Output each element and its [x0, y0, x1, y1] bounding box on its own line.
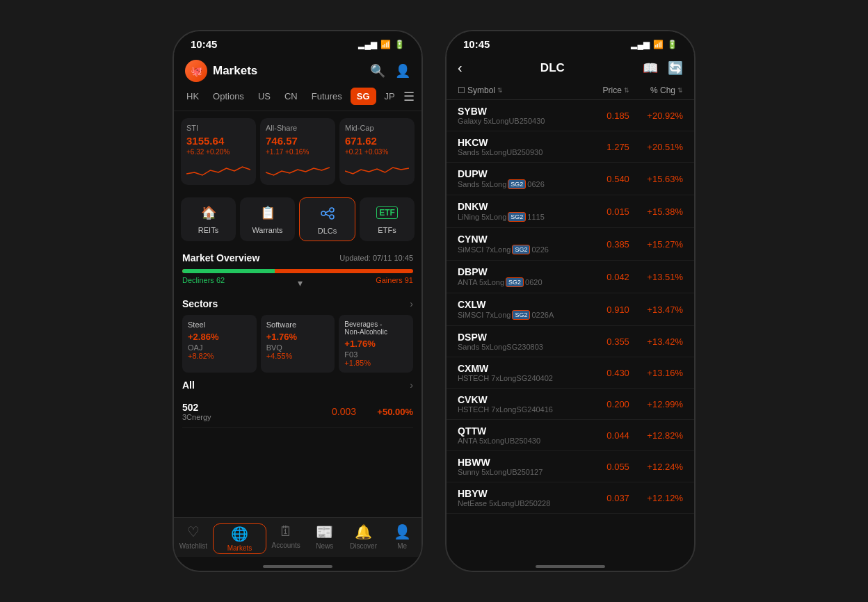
gainers-label: Gainers 91	[376, 276, 413, 290]
index-card-allshare[interactable]: All-Share 746.57 +1.17 +0.16%	[260, 118, 335, 185]
sector-beverages[interactable]: Beverages -Non-Alcoholic +1.76% F03 +1.8…	[339, 315, 413, 373]
nav-markets[interactable]: 🌐 Markets	[213, 523, 267, 554]
bookmark-icon[interactable]: 📖	[643, 60, 658, 76]
list-item[interactable]: SYBW Galaxy 5xLongUB250430 0.185 +20.92%	[447, 100, 694, 131]
watchlist-icon: ♡	[187, 523, 200, 540]
svg-point-0	[321, 211, 326, 215]
symbol-block-dupw: DUPW Sands 5xLongSG20626	[458, 168, 576, 189]
tab-cn[interactable]: CN	[279, 88, 303, 104]
index-card-midcap[interactable]: Mid-Cap 671.62 +0.21 +0.03%	[339, 118, 415, 185]
nav-me[interactable]: 👤 Me	[383, 523, 421, 554]
list-item[interactable]: DUPW Sands 5xLongSG20626 0.540 +15.63%	[447, 163, 694, 195]
tab-sg[interactable]: SG	[351, 88, 376, 105]
price: 0.430	[576, 368, 629, 378]
category-etfs[interactable]: ETF ETFs	[360, 197, 415, 241]
all-arrow[interactable]: ›	[410, 380, 413, 391]
symbol-code: HBYW	[458, 488, 576, 499]
refresh-icon[interactable]: 🔄	[668, 60, 683, 76]
symbol-block-cvkw: CVKW HSTECH 7xLongSG240416	[458, 394, 576, 414]
symbol-code: HBWW	[458, 457, 576, 468]
sector-software[interactable]: Software +1.76% BVQ +4.55%	[261, 315, 335, 373]
sector-steel[interactable]: Steel +2.86% OAJ +8.82%	[182, 315, 257, 373]
sector-software-pct: +1.76%	[266, 332, 330, 342]
midcap-name: Mid-Cap	[345, 124, 409, 132]
list-item[interactable]: HBYW NetEase 5xLongUB250228 0.037 +12.12…	[447, 482, 694, 514]
search-icon[interactable]: 🔍	[370, 63, 385, 79]
index-cards: STI 3155.64 +6.32 +0.20% All-Share 746.5…	[174, 111, 421, 192]
index-card-sti[interactable]: STI 3155.64 +6.32 +0.20%	[181, 118, 256, 185]
change-col-label: % Chg	[650, 86, 675, 95]
list-item[interactable]: HKCW Sands 5xLongUB250930 1.275 +20.51%	[447, 131, 694, 163]
nav-more-icon[interactable]: ☰	[403, 89, 415, 104]
all-header: All ›	[182, 380, 413, 391]
col-change[interactable]: % Chg ⇅	[629, 86, 683, 95]
avatar-icon[interactable]: 👤	[395, 63, 410, 79]
nav-accounts[interactable]: 🗓 Accounts	[266, 523, 305, 554]
category-reits[interactable]: 🏠 REITs	[181, 197, 236, 241]
symbol-block-cxmw: CXMW HSTECH 7xLongSG240402	[458, 363, 576, 382]
progress-labels: Decliners 62 ▾ Gainers 91	[182, 276, 413, 290]
symbol-code: QTTW	[458, 425, 576, 437]
sg-badge: SG2	[508, 179, 526, 189]
change: +13.42%	[629, 336, 683, 347]
price: 0.540	[576, 174, 629, 184]
list-item[interactable]: HBWW Sunny 5xLongUB250127 0.055 +12.24%	[447, 451, 694, 482]
symbol-code: CYNW	[458, 234, 576, 245]
price: 0.044	[576, 430, 629, 441]
list-item[interactable]: DNKW LiNing 5xLongSG21115 0.015 +15.38%	[447, 195, 694, 228]
nav-watchlist[interactable]: ♡ Watchlist	[174, 523, 213, 554]
symbol-desc: SiMSCI 7xLongSG20226A	[458, 310, 576, 320]
expand-button[interactable]: ▾	[296, 276, 304, 290]
category-dlcs[interactable]: DLCs	[299, 197, 355, 241]
sg-badge: SG2	[512, 245, 530, 254]
symbol-block-sybw: SYBW Galaxy 5xLongUB250430	[458, 106, 576, 125]
sector-software-ticker: BVQ	[266, 343, 330, 352]
tab-futures[interactable]: Futures	[306, 88, 348, 104]
list-item[interactable]: CXMW HSTECH 7xLongSG240402 0.430 +13.16%	[447, 357, 694, 389]
sector-steel-sub: +8.82%	[188, 352, 251, 360]
home-bar	[263, 565, 332, 568]
market-overview-updated: Updated: 07/11 10:45	[339, 254, 413, 262]
symbol-desc: Galaxy 5xLongUB250430	[458, 117, 576, 125]
col-price[interactable]: Price ⇅	[576, 86, 629, 95]
list-item[interactable]: QTTW ANTA 5xLongUB250430 0.044 +12.82%	[447, 420, 694, 451]
tab-us[interactable]: US	[252, 88, 276, 104]
list-item[interactable]: CVKW HSTECH 7xLongSG240416 0.200 +12.99%	[447, 389, 694, 420]
allshare-chart	[266, 160, 330, 179]
tab-jp[interactable]: JP	[379, 88, 401, 104]
tab-options[interactable]: Options	[207, 88, 250, 104]
dlc-header-icons: 📖 🔄	[643, 60, 683, 76]
sectors-arrow[interactable]: ›	[410, 298, 413, 309]
sector-beverages-pct: +1.76%	[344, 339, 408, 349]
list-item[interactable]: DSPW Sands 5xLongSG230803 0.355 +13.42%	[447, 326, 694, 357]
change-sort-icon: ⇅	[677, 87, 683, 94]
list-item[interactable]: DBPW ANTA 5xLongSG20620 0.042 +13.51%	[447, 261, 694, 293]
sectors-section: Sectors › Steel +2.86% OAJ +8.82% Softwa…	[174, 295, 421, 375]
symbol-desc: HSTECH 7xLongSG240402	[458, 374, 576, 382]
symbol-code: 502	[182, 402, 332, 413]
symbol-code: CVKW	[458, 394, 576, 405]
symbol-desc: HSTECH 7xLongSG240416	[458, 405, 576, 414]
warrants-label: Warrants	[252, 226, 282, 234]
allshare-value: 746.57	[266, 135, 330, 147]
price: 0.200	[576, 399, 629, 409]
symbol-block-hbww: HBWW Sunny 5xLongUB250127	[458, 457, 576, 476]
nav-discover[interactable]: 🔔 Discover	[344, 523, 383, 554]
list-item[interactable]: CXLW SiMSCI 7xLongSG20226A 0.910 +13.47%	[447, 293, 694, 326]
signal-icon-right: ▂▄▆	[631, 40, 650, 49]
price: 0.385	[576, 239, 629, 250]
tab-hk[interactable]: HK	[181, 88, 204, 104]
midcap-value: 671.62	[345, 135, 409, 147]
symbol-block-hkcw: HKCW Sands 5xLongUB250930	[458, 137, 576, 156]
accounts-label: Accounts	[272, 542, 300, 549]
col-symbol[interactable]: ☐ Symbol ⇅	[458, 86, 576, 95]
table-row[interactable]: 502 3Cnergy 0.003 +50.00%	[182, 396, 413, 428]
change: +13.51%	[629, 272, 683, 282]
category-warrants[interactable]: 📋 Warrants	[240, 197, 295, 241]
list-item[interactable]: CYNW SiMSCI 7xLongSG20226 0.385 +15.27%	[447, 228, 694, 261]
back-button[interactable]: ‹	[458, 60, 463, 76]
symbol-code: CXMW	[458, 363, 576, 374]
symbol-code: DUPW	[458, 168, 576, 179]
nav-news[interactable]: 📰 News	[305, 523, 344, 554]
change: +15.63%	[629, 174, 683, 184]
